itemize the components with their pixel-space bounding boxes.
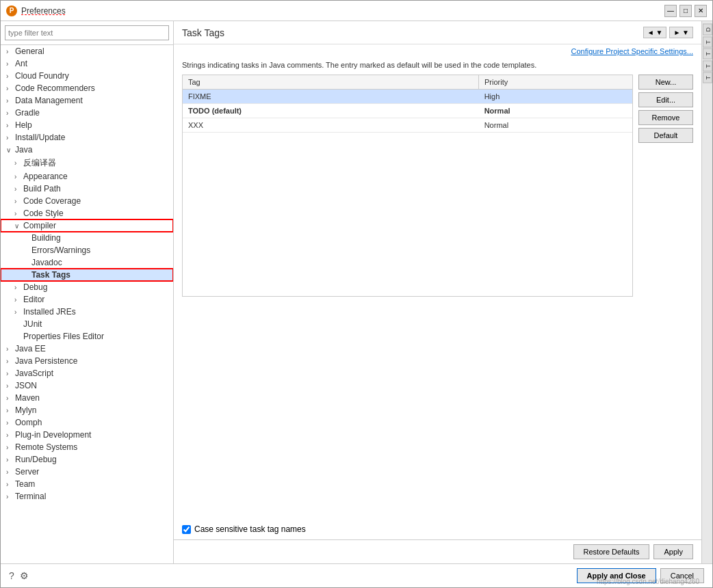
close-button[interactable]: ✕ [695,5,707,17]
sidebar-label-java-buildpath: Build Path [23,184,61,193]
search-input[interactable] [5,25,169,40]
default-button[interactable]: Default [638,128,693,143]
sidebar-item-terminal[interactable]: ›Terminal [1,490,173,503]
maximize-button[interactable]: □ [679,5,692,17]
sidebar-item-data-management[interactable]: ›Data Management [1,94,173,107]
checkbox-area: Case sensitive task tag names [174,519,701,539]
remove-button[interactable]: Remove [638,110,693,125]
sidebar-item-gradle[interactable]: ›Gradle [1,107,173,119]
sidebar-label-java-compiler-javadoc: Javadoc [31,258,62,267]
sidebar-label-terminal: Terminal [15,492,46,501]
arrow-icon-server: › [6,468,13,476]
arrow-icon-team: › [6,481,13,488]
sidebar-label-java-debug: Debug [23,282,47,292]
sidebar-item-java-installedjres[interactable]: ›Installed JREs [1,306,173,318]
arrow-icon-run-debug: › [6,456,13,464]
sidebar-item-java-persistence[interactable]: ›Java Persistence [1,355,173,367]
sidebar-label-install-update: Install/Update [15,133,65,142]
sidebar-item-java-fanbianyiqi[interactable]: ›反编译器 [1,156,173,170]
arrow-icon-javascript: › [6,370,13,377]
sidebar-item-team[interactable]: ›Team [1,478,173,490]
arrow-icon-remote-systems: › [6,444,13,451]
sidebar-item-code-recommenders[interactable]: ›Code Recommenders [1,82,173,94]
table-area: Tag Priority FIXMEHighTODO (default)Norm… [174,75,701,297]
arrow-icon-general: › [6,48,13,55]
sidebar-item-java-ee[interactable]: ›Java EE [1,343,173,355]
sidebar-item-java-buildpath[interactable]: ›Build Path [1,183,173,195]
table-row[interactable]: TODO (default)Normal [183,104,632,118]
table-body: FIXMEHighTODO (default)NormalXXXNormal [183,90,632,133]
sidebar-label-java-installedjres: Installed JREs [23,307,76,317]
sidebar-item-java[interactable]: ∨Java [1,144,173,156]
arrow-icon-mylyn: › [6,407,13,414]
strip-tab-2[interactable]: T [703,49,712,59]
strip-tab-0[interactable]: D [703,24,712,36]
table-row[interactable]: FIXMEHigh [183,90,632,104]
sidebar-item-java-editor[interactable]: ›Editor [1,293,173,306]
sidebar-label-data-management: Data Management [15,96,83,105]
search-box [1,21,173,45]
minimize-button[interactable]: — [664,5,677,17]
panel-title: Task Tags [182,27,224,38]
sidebar-item-ant[interactable]: ›Ant [1,57,173,70]
table-cell-tag-0: FIXME [183,90,479,103]
configure-link[interactable]: Configure Project Specific Settings... [174,44,701,58]
sidebar-label-java-compiler-building: Building [31,233,61,243]
sidebar-item-java-debug[interactable]: ›Debug [1,281,173,293]
sidebar-label-general: General [15,46,44,56]
sidebar-item-plugin-development[interactable]: ›Plug-in Development [1,429,173,441]
sidebar-label-java-junit: JUnit [23,319,42,329]
apply-button[interactable]: Apply [653,544,693,559]
help-icon-button[interactable]: ? [9,570,14,581]
sidebar-label-maven: Maven [15,393,40,403]
arrow-icon-java-ee: › [6,345,13,353]
sidebar-item-server[interactable]: ›Server [1,466,173,478]
sidebar-item-java-propertiesfilesedit[interactable]: Properties Files Editor [1,330,173,343]
sidebar-item-java-compiler[interactable]: ∨Compiler [1,219,173,232]
sidebar-item-java-compiler-building[interactable]: Building [1,232,173,244]
sidebar-item-java-codestyle[interactable]: ›Code Style [1,207,173,219]
restore-defaults-button[interactable]: Restore Defaults [573,544,650,559]
sidebar-item-java-compiler-javadoc[interactable]: Javadoc [1,256,173,269]
sidebar-item-java-codecoverage[interactable]: ›Code Coverage [1,195,173,207]
sidebar-label-java-compiler-tasktags: Task Tags [31,270,70,280]
arrow-icon-java-appearance: › [14,173,21,181]
table-cell-priority-1: Normal [479,104,632,118]
strip-tab-3[interactable]: T [703,61,712,72]
sidebar-label-java-codestyle: Code Style [23,209,64,218]
sidebar-item-maven[interactable]: ›Maven [1,392,173,404]
sidebar-item-remote-systems[interactable]: ›Remote Systems [1,441,173,453]
sidebar-item-cloud-foundry[interactable]: ›Cloud Foundry [1,70,173,82]
sidebar-label-java-ee: Java EE [15,344,46,353]
forward-button[interactable]: ► ▼ [669,27,693,38]
sidebar-label-java: Java [15,145,32,155]
sidebar-label-remote-systems: Remote Systems [15,442,77,452]
sidebar-item-general[interactable]: ›General [1,45,173,57]
case-sensitive-label: Case sensitive task tag names [194,524,306,534]
new-button[interactable]: New... [638,75,693,90]
sidebar-item-mylyn[interactable]: ›Mylyn [1,404,173,416]
case-sensitive-checkbox[interactable] [182,525,191,534]
edit-button[interactable]: Edit... [638,92,693,107]
sidebar-item-install-update[interactable]: ›Install/Update [1,131,173,144]
table-row[interactable]: XXXNormal [183,118,632,133]
sidebar-item-oomph[interactable]: ›Oomph [1,416,173,429]
sidebar-label-server: Server [15,467,39,477]
sidebar-item-java-junit[interactable]: JUnit [1,318,173,330]
sidebar-item-java-compiler-tasktags[interactable]: Task Tags [1,269,173,281]
back-button[interactable]: ◄ ▼ [643,27,667,38]
tree-container[interactable]: ›General›Ant›Cloud Foundry›Code Recommen… [1,45,173,563]
sidebar-item-json[interactable]: ›JSON [1,379,173,392]
sidebar-item-java-compiler-errors[interactable]: Errors/Warnings [1,244,173,256]
sidebar-item-javascript[interactable]: ›JavaScript [1,367,173,379]
sidebar-label-java-propertiesfilesedit: Properties Files Editor [23,332,104,341]
arrow-icon-java-debug: › [14,284,21,291]
preferences-icon-button[interactable]: ⚙ [20,570,29,581]
bottom-bar: Restore Defaults Apply [174,539,701,563]
sidebar-item-java-appearance[interactable]: ›Appearance [1,170,173,183]
strip-tab-1[interactable]: T [703,37,712,48]
sidebar-item-help[interactable]: ›Help [1,119,173,131]
table-cell-priority-0: High [479,90,632,103]
strip-tab-4[interactable]: T [703,72,712,83]
sidebar-item-run-debug[interactable]: ›Run/Debug [1,453,173,466]
